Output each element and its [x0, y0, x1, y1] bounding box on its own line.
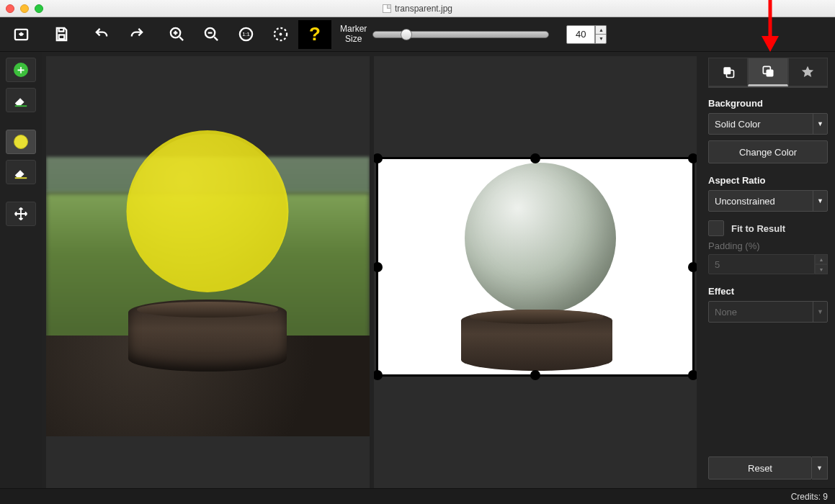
- stepper-down-icon[interactable]: ▼: [595, 34, 607, 44]
- crop-handle[interactable]: [688, 370, 697, 380]
- left-tool-strip: ＋: [0, 52, 42, 504]
- svg-rect-8: [15, 105, 27, 107]
- marker-size-label: Marker Size: [340, 24, 367, 43]
- svg-text:1:1: 1:1: [242, 31, 250, 37]
- chevron-down-icon: ▼: [813, 302, 827, 322]
- yellow-circle-icon: [14, 135, 28, 149]
- padding-label: Padding (%): [708, 240, 828, 251]
- move-tool[interactable]: [6, 202, 36, 226]
- slider-thumb[interactable]: [401, 29, 412, 40]
- redo-button[interactable]: [120, 20, 153, 49]
- chevron-down-icon: ▼: [813, 191, 827, 211]
- yellow-mask-overlay: [127, 130, 289, 292]
- zoom-out-button[interactable]: [195, 20, 228, 49]
- zoom-1to1-icon: 1:1: [238, 26, 254, 42]
- svg-rect-13: [766, 70, 773, 77]
- save-icon: [53, 26, 70, 42]
- redo-icon: [128, 26, 145, 42]
- zoom-fit-button[interactable]: [264, 20, 297, 49]
- aspect-ratio-value: Unconstrained: [715, 196, 775, 207]
- reset-dropdown[interactable]: ▼: [812, 456, 828, 480]
- square-front-icon: [721, 65, 736, 79]
- svg-point-7: [279, 33, 282, 36]
- padding-stepper: ▲ ▼: [815, 254, 828, 274]
- padding-value: 5: [708, 254, 815, 274]
- stepper-down-icon: ▼: [815, 264, 828, 274]
- eraser-icon: [13, 164, 29, 180]
- aspect-ratio-select[interactable]: Unconstrained ▼: [708, 190, 828, 212]
- change-color-label: Change Color: [739, 147, 797, 158]
- star-icon: [800, 65, 815, 79]
- credits-label: Credits: 9: [791, 492, 828, 502]
- zoom-actual-button[interactable]: 1:1: [229, 20, 262, 49]
- undo-button[interactable]: [85, 20, 118, 49]
- marker-size-slider[interactable]: [372, 31, 549, 38]
- result-image-pane[interactable]: [374, 56, 697, 500]
- background-mode-value: Solid Color: [715, 119, 761, 130]
- chevron-down-icon: ▼: [813, 114, 827, 134]
- change-color-button[interactable]: Change Color: [708, 140, 828, 163]
- document-icon: [383, 4, 391, 13]
- effect-select: None ▼: [708, 301, 828, 323]
- tab-foreground[interactable]: [708, 58, 748, 86]
- panel-tabstrip: [708, 58, 828, 88]
- window-title-text: transparent.jpg: [395, 4, 452, 14]
- crop-handle[interactable]: [530, 370, 540, 380]
- zoom-in-icon: [169, 26, 185, 42]
- tab-background[interactable]: [748, 58, 787, 86]
- crop-handle[interactable]: [688, 153, 697, 163]
- undo-icon: [94, 26, 110, 42]
- crop-frame[interactable]: [376, 157, 695, 377]
- marker-size-stepper[interactable]: ▲ ▼: [595, 25, 607, 44]
- erase-yellow-tool[interactable]: [6, 160, 36, 184]
- crop-handle[interactable]: [688, 262, 697, 272]
- crop-handle[interactable]: [530, 153, 540, 163]
- yellow-marker-tool[interactable]: [6, 130, 36, 154]
- right-panel: Background Solid Color ▼ Change Color As…: [701, 52, 835, 504]
- fit-to-result-label: Fit to Result: [731, 223, 785, 234]
- folder-download-icon: [13, 26, 30, 42]
- status-bar: Credits: 9: [0, 488, 835, 504]
- crop-handle[interactable]: [374, 370, 383, 380]
- source-image-pane[interactable]: [46, 56, 370, 500]
- workspace: ＋: [0, 52, 835, 504]
- top-toolbar: 1:1 ? Marker Size 40 ▲ ▼: [0, 17, 835, 52]
- square-back-icon: [761, 64, 775, 78]
- svg-rect-1: [58, 35, 64, 39]
- save-button[interactable]: [45, 20, 78, 49]
- reset-button[interactable]: Reset: [708, 456, 812, 480]
- effect-value: None: [715, 307, 737, 318]
- erase-green-tool[interactable]: [6, 88, 36, 112]
- plus-circle-icon: ＋: [14, 63, 28, 77]
- add-marker-tool[interactable]: ＋: [6, 58, 36, 82]
- zoom-out-icon: [203, 26, 220, 42]
- stepper-up-icon: ▲: [815, 254, 828, 264]
- reset-label: Reset: [748, 463, 772, 474]
- tab-favorites[interactable]: [788, 58, 828, 86]
- canvas-area: [42, 52, 701, 504]
- help-button[interactable]: ?: [298, 20, 331, 49]
- move-icon: [14, 207, 28, 221]
- window-title: transparent.jpg: [0, 4, 835, 14]
- effect-heading: Effect: [708, 286, 828, 297]
- crop-handle[interactable]: [374, 262, 383, 272]
- padding-field: 5 ▲ ▼: [708, 254, 828, 274]
- eraser-icon: [13, 92, 29, 108]
- open-image-button[interactable]: [4, 20, 37, 49]
- marker-size-value[interactable]: 40: [566, 25, 595, 44]
- svg-rect-9: [15, 177, 27, 179]
- background-mode-select[interactable]: Solid Color ▼: [708, 113, 828, 135]
- window-titlebar: transparent.jpg: [0, 0, 835, 17]
- stepper-up-icon[interactable]: ▲: [595, 25, 607, 35]
- aspect-ratio-heading: Aspect Ratio: [708, 175, 828, 186]
- zoom-fit-icon: [272, 26, 289, 42]
- fit-to-result-checkbox[interactable]: [708, 220, 724, 236]
- background-heading: Background: [708, 98, 828, 109]
- zoom-in-button[interactable]: [160, 20, 193, 49]
- crop-handle[interactable]: [374, 153, 383, 163]
